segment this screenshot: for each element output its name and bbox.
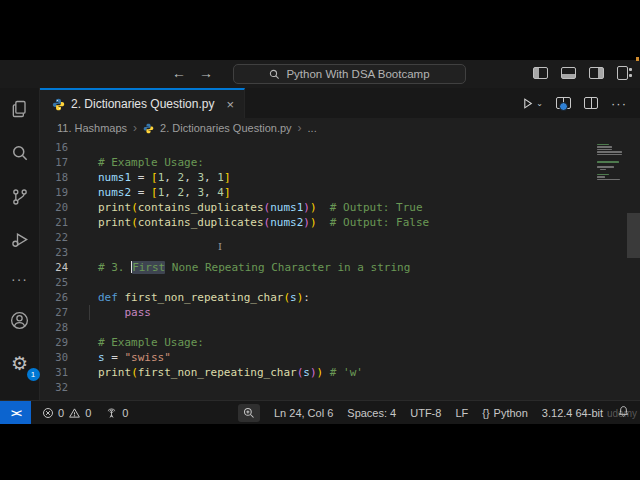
code-text: s = "swiss" bbox=[98, 350, 171, 365]
run-python-file-button[interactable]: ⌄ bbox=[521, 97, 543, 110]
python-file-icon bbox=[143, 123, 154, 134]
split-editor-icon[interactable] bbox=[584, 97, 598, 109]
python-file-icon bbox=[52, 98, 65, 111]
problems-indicator[interactable]: 0 0 bbox=[42, 407, 91, 419]
breadcrumb-separator-icon: › bbox=[298, 121, 302, 135]
cursor-position[interactable]: Ln 24, Col 6 bbox=[274, 407, 333, 419]
code-line[interactable]: 28 bbox=[40, 320, 640, 335]
toggle-panel-icon[interactable] bbox=[561, 67, 576, 79]
breadcrumb-symbol[interactable]: ... bbox=[308, 122, 317, 134]
bell-icon bbox=[617, 405, 630, 418]
line-number: 29 bbox=[40, 335, 80, 350]
breadcrumb: 11. Hashmaps › 2. Dictionaries Question.… bbox=[40, 118, 640, 138]
settings-gear-icon[interactable]: ⚙ 1 bbox=[6, 350, 34, 377]
code-line[interactable]: 21print(contains_duplicates(nums2)) # Ou… bbox=[40, 215, 640, 230]
python-interpreter[interactable]: 3.12.4 64-bit bbox=[542, 407, 603, 419]
minimap-mark bbox=[597, 179, 620, 181]
code-line[interactable]: 30s = "swiss" bbox=[40, 350, 640, 365]
line-number: 19 bbox=[40, 185, 80, 200]
line-number: 21 bbox=[40, 215, 80, 230]
breadcrumb-folder[interactable]: 11. Hashmaps bbox=[57, 122, 127, 134]
remote-indicator[interactable]: >< bbox=[0, 401, 31, 424]
line-number: 20 bbox=[40, 200, 80, 215]
customize-layout-icon[interactable] bbox=[617, 66, 633, 79]
interactive-window-icon[interactable] bbox=[556, 97, 571, 109]
code-line[interactable]: 16 bbox=[40, 140, 640, 155]
ports-count: 0 bbox=[122, 407, 128, 419]
code-text: # 3. First None Repeating Character in a… bbox=[98, 260, 410, 275]
language-mode[interactable]: {} Python bbox=[482, 407, 528, 419]
line-number: 18 bbox=[40, 170, 80, 185]
video-frame: ← → Python With DSA Bootcamp bbox=[0, 0, 640, 480]
minimap-mark bbox=[597, 176, 605, 178]
warning-icon bbox=[68, 407, 81, 419]
code-line[interactable]: 23 bbox=[40, 245, 640, 260]
minimap-mark bbox=[597, 154, 622, 156]
error-count: 0 bbox=[58, 407, 64, 419]
language-label: Python bbox=[494, 407, 528, 419]
code-line[interactable]: 26def first_non_repeating_char(s): bbox=[40, 290, 640, 305]
code-line[interactable]: 20print(contains_duplicates(nums1)) # Ou… bbox=[40, 200, 640, 215]
nav-forward-icon[interactable]: → bbox=[199, 65, 213, 81]
nav-back-icon[interactable]: ← bbox=[172, 65, 186, 81]
breadcrumb-file[interactable]: 2. Dictionaries Question.py bbox=[160, 122, 291, 134]
line-number: 22 bbox=[40, 230, 80, 245]
breadcrumb-separator-icon: › bbox=[133, 121, 137, 135]
tab-dictionaries-question[interactable]: 2. Dictionaries Question.py × bbox=[40, 88, 245, 118]
code-text: print(contains_duplicates(nums2)) # Outp… bbox=[98, 215, 429, 230]
code-line[interactable]: 18nums1 = [1, 2, 3, 1] bbox=[40, 170, 640, 185]
code-line[interactable]: 24# 3. First None Repeating Character in… bbox=[40, 260, 640, 275]
code-lines: 1617# Example Usage:18nums1 = [1, 2, 3, … bbox=[40, 140, 640, 395]
run-debug-icon[interactable] bbox=[6, 227, 34, 254]
search-view-icon[interactable] bbox=[6, 140, 34, 167]
notifications-bell[interactable]: udemy bbox=[617, 405, 630, 420]
line-number: 16 bbox=[40, 140, 80, 155]
line-number: 25 bbox=[40, 275, 80, 290]
eol-sequence[interactable]: LF bbox=[455, 407, 468, 419]
tab-close-icon[interactable]: × bbox=[226, 97, 234, 112]
editor-scrollbar[interactable] bbox=[627, 213, 640, 258]
minimap-mark bbox=[597, 161, 619, 163]
minimap-mark bbox=[597, 151, 622, 153]
additional-views-icon[interactable]: ··· bbox=[11, 271, 28, 287]
minimap-mark bbox=[597, 149, 612, 151]
code-editor[interactable]: 1617# Example Usage:18nums1 = [1, 2, 3, … bbox=[40, 138, 640, 400]
code-text: nums1 = [1, 2, 3, 1] bbox=[98, 170, 231, 185]
line-number: 17 bbox=[40, 155, 80, 170]
status-bar: >< 0 0 0 Ln 24, Col 6 Spaces: 4 UTF-8 LF… bbox=[0, 400, 640, 424]
line-number: 28 bbox=[40, 320, 80, 335]
minimap-mark bbox=[600, 169, 606, 171]
run-dropdown-icon[interactable]: ⌄ bbox=[536, 99, 543, 108]
encoding[interactable]: UTF-8 bbox=[410, 407, 441, 419]
indentation[interactable]: Spaces: 4 bbox=[347, 407, 396, 419]
code-text: # Example Usage: bbox=[98, 155, 204, 170]
line-number: 30 bbox=[40, 350, 80, 365]
code-line[interactable]: 27 pass bbox=[40, 305, 640, 320]
braces-icon: {} bbox=[482, 407, 489, 419]
toggle-secondary-sidebar-icon[interactable] bbox=[589, 67, 604, 79]
warning-count: 0 bbox=[85, 407, 91, 419]
minimap[interactable] bbox=[597, 141, 625, 181]
toggle-sidebar-icon[interactable] bbox=[533, 67, 548, 79]
code-line[interactable]: 17# Example Usage: bbox=[40, 155, 640, 170]
code-text: def first_non_repeating_char(s): bbox=[98, 290, 310, 305]
code-line[interactable]: 25 bbox=[40, 275, 640, 290]
mouse-ibeam-cursor: I bbox=[218, 242, 225, 252]
code-line[interactable]: 29# Example Usage: bbox=[40, 335, 640, 350]
command-center-search[interactable]: Python With DSA Bootcamp bbox=[233, 64, 466, 84]
tab-bar: 2. Dictionaries Question.py × ⌄ ··· bbox=[40, 88, 640, 118]
code-line[interactable]: 32 bbox=[40, 380, 640, 395]
minimap-mark bbox=[597, 144, 609, 146]
activity-bar: ··· ⚙ 1 bbox=[0, 88, 40, 400]
ports-indicator[interactable]: 0 bbox=[105, 407, 128, 419]
code-text: print(contains_duplicates(nums1)) # Outp… bbox=[98, 200, 423, 215]
titlebar: ← → Python With DSA Bootcamp bbox=[0, 60, 640, 88]
editor-more-actions-icon[interactable]: ··· bbox=[611, 96, 627, 111]
source-control-icon[interactable] bbox=[6, 183, 34, 210]
code-line[interactable]: 22 bbox=[40, 230, 640, 245]
explorer-icon[interactable] bbox=[6, 96, 34, 123]
code-line[interactable]: 19nums2 = [1, 2, 3, 4] bbox=[40, 185, 640, 200]
zoom-indicator[interactable] bbox=[238, 404, 260, 422]
code-line[interactable]: 31print(first_non_repeating_char(s)) # '… bbox=[40, 365, 640, 380]
account-icon[interactable] bbox=[6, 307, 34, 334]
